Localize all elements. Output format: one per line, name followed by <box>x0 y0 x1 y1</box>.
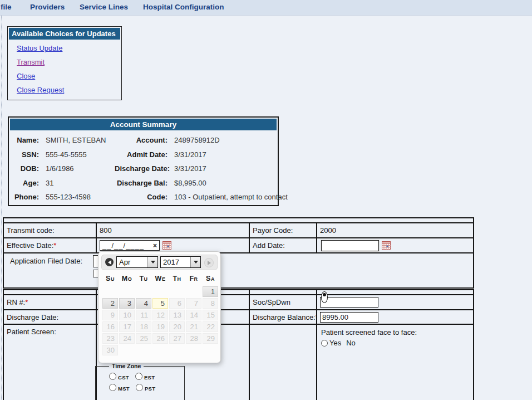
calendar-day: 29 <box>203 333 218 344</box>
calendar-day[interactable]: 3 <box>119 298 135 309</box>
calendar-day: 30 <box>102 345 118 355</box>
summary-label: DOB: <box>13 164 39 173</box>
calendar-day[interactable]: 2 <box>102 298 118 309</box>
calendar-blank <box>186 286 201 297</box>
effective-date-input[interactable]: __/__/____ × <box>100 240 160 251</box>
link-status-update[interactable]: Status Update <box>17 44 120 52</box>
datepicker-header: Apr 2017 <box>101 255 218 270</box>
calendar-blank <box>169 345 185 355</box>
transmit-code-label: Transmit code: <box>4 223 97 237</box>
account-summary-header: Account Summary <box>10 119 277 130</box>
add-date-label: Add Date: <box>250 238 317 252</box>
summary-value: 1/6/1986 <box>46 164 108 173</box>
summary-label: Name: <box>13 136 39 144</box>
top-nav-bar: file Providers Service Lines Hospital Co… <box>0 0 532 16</box>
available-choices-panel: Available Choices for Updates Status Upd… <box>7 26 122 100</box>
summary-value: 3/31/2017 <box>174 150 288 159</box>
soc-spdwn-input[interactable] <box>320 297 378 308</box>
calendar-day: 15 <box>203 310 218 320</box>
soc-spdwn-label: Soc/SpDwn <box>250 295 317 309</box>
add-date-calendar-icon[interactable] <box>382 241 391 250</box>
calendar-day: 26 <box>152 333 168 344</box>
calendar-day[interactable]: 4 <box>136 298 151 309</box>
summary-label: SSN: <box>13 150 39 159</box>
calendar-day-today[interactable]: 5 <box>152 298 168 309</box>
year-select-value: 2017 <box>161 258 190 266</box>
summary-value: 2489758912D <box>174 136 288 144</box>
required-marker: * <box>53 241 56 250</box>
summary-value: 555-45-5555 <box>46 150 108 159</box>
calendar-day: 8 <box>203 298 218 309</box>
month-select[interactable]: Apr <box>116 256 158 268</box>
link-transmit[interactable]: Transmit <box>17 58 120 66</box>
calendar-day: 18 <box>136 321 151 332</box>
calendar-day: 24 <box>119 333 135 344</box>
effective-date-calendar-icon[interactable] <box>162 241 171 250</box>
face-to-face-no-label: No <box>346 339 356 347</box>
timezone-est-label: EST <box>144 374 155 381</box>
summary-label: Admit Date: <box>115 150 168 159</box>
prev-month-icon[interactable] <box>105 258 114 266</box>
calendar-blank <box>119 345 135 355</box>
summary-label: Discharge Bal: <box>115 179 168 187</box>
summary-value: SMITH, ESTEBAN <box>46 136 108 144</box>
dow-label: Sa <box>206 275 215 282</box>
timezone-cst-label: CST <box>118 374 129 381</box>
calendar-day: 13 <box>169 310 185 320</box>
discharge-balance-label: Discharge Balance:* <box>250 310 317 324</box>
effective-date-label: Effective Date:* <box>4 238 97 252</box>
calendar-day: 19 <box>152 321 168 332</box>
calendar-day[interactable]: 1 <box>203 286 218 297</box>
nav-item-service-lines[interactable]: Service Lines <box>80 0 128 14</box>
next-month-icon <box>204 258 214 267</box>
timezone-mst-radio[interactable] <box>109 384 116 391</box>
dow-label: Tu <box>139 275 147 282</box>
timezone-cst-radio[interactable] <box>109 373 116 380</box>
account-summary-panel: Account Summary Name: SMITH, ESTEBAN Acc… <box>8 116 279 206</box>
time-zone-fieldset: Time Zone CST EST MST PST <box>95 366 185 400</box>
calendar-blank <box>102 286 118 297</box>
application-filed-date-label: Application Filed Date: <box>4 253 473 287</box>
link-close-request[interactable]: Close Request <box>17 86 120 94</box>
spacer-row <box>4 218 473 223</box>
year-select[interactable]: 2017 <box>160 256 201 268</box>
summary-label: Phone: <box>13 193 39 201</box>
time-zone-legend: Time Zone <box>109 363 144 369</box>
calendar-day: 7 <box>186 298 201 309</box>
calendar-blank <box>136 286 151 297</box>
spacer-row <box>4 290 473 295</box>
calendar-day: 9 <box>102 310 118 320</box>
timezone-pst-radio[interactable] <box>136 384 143 391</box>
nav-item-hospital-configuration[interactable]: Hospital Configuration <box>143 0 224 14</box>
dow-label: Fr <box>189 275 198 282</box>
chevron-down-icon <box>190 257 200 267</box>
face-to-face-yes-radio[interactable] <box>321 340 328 347</box>
datepicker-popup: Apr 2017 Su Mo Tu We Th Fr Sa 1 2 3 4 5 … <box>98 251 221 363</box>
timezone-pst-label: PST <box>145 386 155 392</box>
calendar-blank <box>136 345 151 355</box>
timezone-est-radio[interactable] <box>135 373 142 380</box>
calendar-blank <box>152 345 168 355</box>
available-choices-header: Available Choices for Updates <box>9 28 120 40</box>
empty-cell <box>250 325 317 400</box>
nav-item-providers[interactable]: Providers <box>30 0 65 14</box>
summary-value: $8,995.00 <box>174 179 288 187</box>
calendar-day-grid: 1 2 3 4 5 6 7 8 9 10 11 12 13 14 15 16 1… <box>102 286 220 355</box>
dow-label: We <box>155 275 166 282</box>
calendar-day: 17 <box>119 321 135 332</box>
face-to-face-label: Patient screened face to face: <box>321 328 417 336</box>
link-close[interactable]: Close <box>17 72 120 80</box>
day-of-week-header: Su Mo Tu We Th Fr Sa <box>102 275 220 282</box>
calendar-day: 23 <box>102 333 118 344</box>
calendar-day: 12 <box>152 310 168 320</box>
chevron-down-icon <box>147 257 157 267</box>
add-date-input[interactable] <box>321 240 379 251</box>
clear-date-icon[interactable]: × <box>153 242 157 250</box>
effective-date-mask: __/__/____ <box>102 241 144 250</box>
discharge-balance-input[interactable]: 8995.00 <box>320 312 378 323</box>
required-marker: * <box>25 298 28 306</box>
calendar-day: 20 <box>169 321 185 332</box>
summary-value: 3/31/2017 <box>174 164 288 173</box>
calendar-day: 28 <box>186 333 201 344</box>
nav-item-file[interactable]: file <box>1 0 12 14</box>
